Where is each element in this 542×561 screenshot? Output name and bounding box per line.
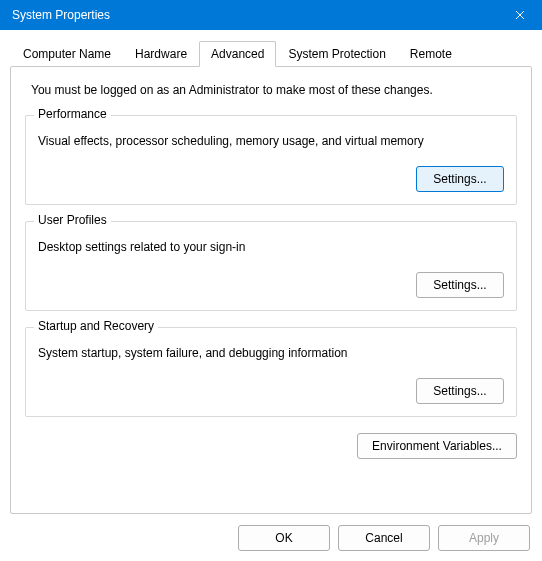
performance-settings-button[interactable]: Settings... [416,166,504,192]
group-performance-desc: Visual effects, processor scheduling, me… [38,134,504,148]
environment-variables-button[interactable]: Environment Variables... [357,433,517,459]
apply-button[interactable]: Apply [438,525,530,551]
group-user-profiles: User Profiles Desktop settings related t… [25,221,517,311]
group-user-profiles-title: User Profiles [34,213,111,227]
group-startup-recovery-title: Startup and Recovery [34,319,158,333]
startup-recovery-settings-button[interactable]: Settings... [416,378,504,404]
window-title: System Properties [12,8,110,22]
tab-panel-advanced: You must be logged on as an Administrato… [10,66,532,514]
group-user-profiles-desc: Desktop settings related to your sign-in [38,240,504,254]
tab-system-protection[interactable]: System Protection [276,41,397,66]
group-performance: Performance Visual effects, processor sc… [25,115,517,205]
titlebar: System Properties [0,0,542,30]
tab-advanced[interactable]: Advanced [199,41,276,67]
tab-computer-name[interactable]: Computer Name [11,41,123,66]
cancel-button[interactable]: Cancel [338,525,430,551]
ok-button[interactable]: OK [238,525,330,551]
user-profiles-settings-button[interactable]: Settings... [416,272,504,298]
close-icon [515,10,525,20]
close-button[interactable] [497,0,542,30]
group-performance-title: Performance [34,107,111,121]
tab-hardware[interactable]: Hardware [123,41,199,66]
tab-strip: Computer Name Hardware Advanced System P… [11,41,537,66]
group-startup-recovery-desc: System startup, system failure, and debu… [38,346,504,360]
admin-note: You must be logged on as an Administrato… [31,83,517,97]
dialog-content: Computer Name Hardware Advanced System P… [0,30,542,524]
tab-remote[interactable]: Remote [398,41,464,66]
group-startup-recovery: Startup and Recovery System startup, sys… [25,327,517,417]
dialog-buttons: OK Cancel Apply [238,525,530,551]
